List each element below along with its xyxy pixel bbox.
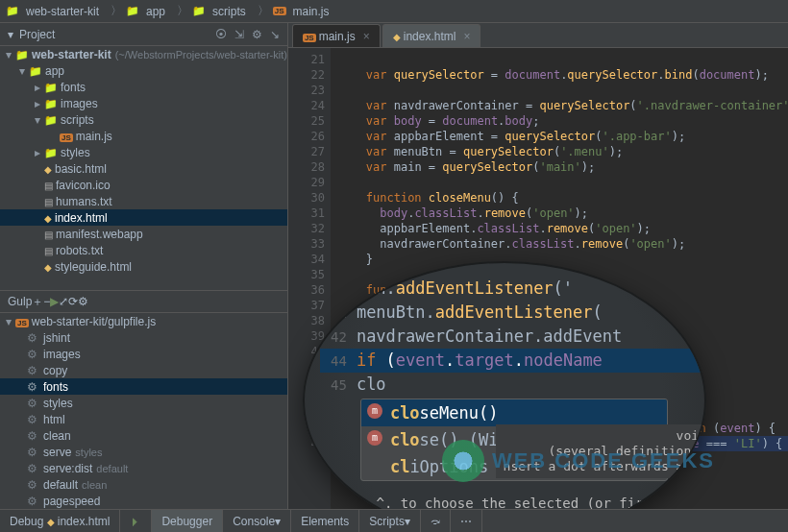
tree-row[interactable]: favicon.ico bbox=[0, 177, 287, 193]
chevron-right-icon: 〉 bbox=[111, 3, 122, 19]
completion-footer: Press ^. to choose the selected (or firs… bbox=[328, 492, 668, 509]
chevron-right-icon: 〉 bbox=[258, 3, 269, 19]
chevron-down-icon[interactable]: ▾ bbox=[8, 28, 13, 41]
gulp-task[interactable]: ⚙html bbox=[0, 411, 287, 427]
gulp-panel-title: Gulp bbox=[8, 295, 32, 308]
gulp-task[interactable]: ⚙jshint bbox=[0, 329, 287, 346]
gulp-root[interactable]: ▾web-starter-kit/gulpfile.js bbox=[0, 313, 287, 329]
close-icon[interactable]: × bbox=[363, 30, 370, 43]
chevron-right-icon: 〉 bbox=[177, 3, 188, 19]
gulp-task[interactable]: ⚙fonts bbox=[0, 378, 287, 395]
gulp-task[interactable]: ⚙serve:distdefault bbox=[0, 460, 287, 476]
tree-row[interactable]: main.js bbox=[0, 128, 287, 144]
resume-icon[interactable]: ⏵ bbox=[120, 510, 152, 532]
tree-row[interactable]: humans.txt bbox=[0, 193, 287, 209]
gulp-task[interactable]: ⚙defaultclean bbox=[0, 476, 287, 493]
editor-tabs: main.js× index.html× bbox=[288, 23, 788, 48]
gulp-task[interactable]: ⚙styles bbox=[0, 395, 287, 411]
debug-label[interactable]: Debug index.html bbox=[0, 510, 120, 532]
close-icon[interactable]: × bbox=[463, 30, 470, 43]
chevron-down-icon: ▾ bbox=[275, 515, 281, 528]
breadcrumb: web-starter-kit〉 app〉 scripts〉 main.js bbox=[0, 0, 788, 23]
tree-row[interactable]: ▾app bbox=[0, 62, 287, 79]
gulp-task[interactable]: ⚙pagespeed bbox=[0, 493, 287, 509]
project-panel-header: ▾ Project ⦿ ⇲ ⚙ ↘ bbox=[0, 23, 287, 46]
breadcrumb-item[interactable]: app bbox=[126, 5, 169, 18]
run-icon[interactable]: ▶ bbox=[50, 295, 59, 308]
gulp-panel-header: Gulp ＋ − ▶ ⤢ ⟳ ⚙ bbox=[0, 290, 287, 313]
add-icon[interactable]: ＋ bbox=[32, 294, 43, 310]
tree-row[interactable]: ▸styles bbox=[0, 144, 287, 160]
tab-main-js[interactable]: main.js× bbox=[292, 24, 381, 47]
project-panel-title: Project bbox=[19, 28, 55, 41]
tree-row[interactable]: styleguide.html bbox=[0, 258, 287, 275]
tree-row[interactable]: ▸images bbox=[0, 95, 287, 111]
completion-item[interactable]: mcloseMenu() bbox=[361, 399, 667, 426]
project-tree[interactable]: ▾web-starter-kit(~/WebstormProjects/web-… bbox=[0, 46, 287, 290]
refresh-icon[interactable]: ⟳ bbox=[68, 295, 78, 308]
gulp-task[interactable]: ⚙copy bbox=[0, 362, 287, 378]
breadcrumb-item[interactable]: main.js bbox=[273, 5, 333, 18]
tree-row[interactable]: manifest.webapp bbox=[0, 226, 287, 242]
hide-icon[interactable]: ↘ bbox=[270, 28, 280, 41]
expand-icon[interactable]: ⤢ bbox=[59, 295, 68, 308]
tree-row[interactable]: ▾scripts bbox=[0, 111, 287, 128]
gear-icon[interactable]: ⚙ bbox=[252, 28, 262, 41]
locate-icon[interactable]: ⦿ bbox=[215, 28, 227, 41]
debug-tab-scripts[interactable]: Scripts ▾ bbox=[359, 510, 421, 532]
more-icon[interactable]: ⋯ bbox=[451, 510, 482, 532]
gulp-task[interactable]: ⚙servestyles bbox=[0, 444, 287, 460]
code-editor[interactable]: 2122232425262728293031323334353637383940… bbox=[288, 48, 788, 509]
breadcrumb-item[interactable]: web-starter-kit bbox=[6, 5, 103, 18]
method-badge: m bbox=[367, 430, 382, 446]
gulp-task[interactable]: ⚙images bbox=[0, 346, 287, 362]
tree-row[interactable]: basic.html bbox=[0, 160, 287, 177]
minus-icon[interactable]: − bbox=[43, 295, 50, 308]
tree-row[interactable]: index.html bbox=[0, 209, 287, 226]
method-badge: m bbox=[367, 403, 382, 419]
tab-index-html[interactable]: index.html× bbox=[382, 24, 481, 47]
breadcrumb-item[interactable]: scripts bbox=[192, 5, 250, 18]
collapse-icon[interactable]: ⇲ bbox=[234, 28, 244, 41]
gulp-task[interactable]: ⚙clean bbox=[0, 427, 287, 444]
debug-tab-elements[interactable]: Elements bbox=[291, 510, 359, 532]
gear-icon[interactable]: ⚙ bbox=[78, 295, 88, 308]
tree-row[interactable]: robots.txt bbox=[0, 242, 287, 258]
gulp-tree[interactable]: ▾web-starter-kit/gulpfile.js ⚙jshint⚙ima… bbox=[0, 313, 287, 509]
project-root[interactable]: ▾web-starter-kit(~/WebstormProjects/web-… bbox=[0, 46, 287, 62]
tree-row[interactable]: ▸fonts bbox=[0, 79, 287, 95]
debug-tab-debugger[interactable]: Debugger bbox=[152, 510, 223, 532]
debug-toolbar: Debug index.html ⏵ Debugger Console ▾ El… bbox=[0, 509, 788, 532]
completion-hint: void (several definitions) nsert a dot a… bbox=[496, 424, 706, 478]
step-over-icon[interactable]: ⤼ bbox=[421, 510, 451, 532]
debug-tab-console[interactable]: Console ▾ bbox=[223, 510, 291, 532]
chevron-down-icon: ▾ bbox=[405, 515, 410, 528]
